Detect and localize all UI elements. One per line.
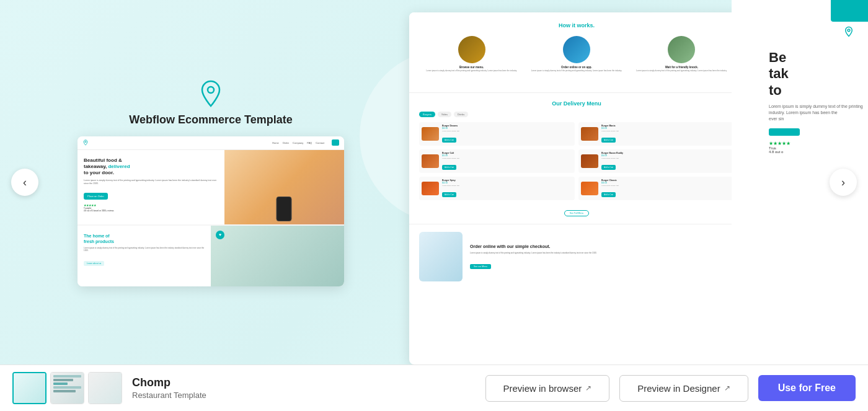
mini-steps: Browse our menu. Lorem ipsum is simply d… [419,36,734,73]
right-partial-desc: Lorem ipsum is simply dummy text of the … [769,104,868,122]
mini-item-img-4 [581,154,598,168]
mini-see-full-menu-btn: See Full Menu [564,210,590,216]
mini-fresh-text: The home offresh products Lorem ipsum is… [78,226,211,286]
center-preview-panel: How it works. Browse our menu. Lorem ips… [391,0,763,365]
mini-item-price-1: $12.00 [442,127,572,130]
preview-designer-label: Preview in Designer [637,383,720,394]
prev-arrow[interactable]: ‹ [11,169,38,196]
mini-tab-burgers: Burgers [419,112,435,117]
mini-menu-item-2: Burger Mania $13.00 Lorem ipsum dummy te… [578,122,734,146]
mini-item-price-4: $14.00 [601,154,732,157]
mini-step-3-desc: Lorem ipsum is simply dummy text of the … [636,70,727,73]
mini-step-2-title: Order online or on app. [561,66,592,69]
mini-item-desc-3: Lorem ipsum dummy text [442,157,572,159]
mini-item-img-6 [581,182,598,195]
mini-step-3: Wait for a friendly knock. Lorem ipsum i… [634,36,728,73]
use-free-label: Use for Free [778,382,836,393]
mini-add-btn-2: Add to Cart [601,138,616,143]
mini-hero-title: Beautiful food &takeaway, deliveredto yo… [84,157,218,177]
right-trustpilot: ★★★★★ Trus 4.8 out o [769,141,868,154]
template-title: Webflow Ecommerce Template [129,113,292,126]
mini-item-img-1 [422,127,439,141]
mini-tab-sides: Sides [438,112,451,117]
svg-point-1 [85,141,86,143]
mini-menu-item-5: Burger Spicy $12.50 Lorem ipsum dummy te… [419,177,575,200]
mini-item-img-3 [422,154,439,168]
mini-order-section: Order online with our simple checkout. L… [409,224,744,289]
mini-how-title: How it works. [419,22,734,29]
mini-menu-tabs: Burgers Sides Drinks [419,112,734,117]
mini-hero-btn: Place an Order [84,193,108,200]
mini-add-btn-4: Add to Cart [601,165,616,170]
mini-item-price-5: $12.50 [442,182,572,184]
left-template-card: Home Order Company FAQ Contact Beautiful… [78,136,344,286]
mini-how-works-section: How it works. Browse our menu. Lorem ips… [409,12,744,92]
mini-step-1-title: Browse our menu. [459,66,484,69]
template-info: Chomp Restaurant Template [132,376,476,400]
mini-item-info-1: Burger Dreams $12.00 Lorem ipsum dummy t… [442,125,572,143]
main-preview-area: ‹ › Webflow Ecommerce Template [0,0,868,365]
mini-item-info-6: Burger Classic $10.00 Lorem ipsum dummy … [601,179,732,198]
mini-step-3-title: Wait for a friendly knock. [665,66,698,69]
mini-step-3-img [668,36,695,63]
svg-point-0 [208,87,214,93]
mini-step-1-desc: Lorem ipsum is simply dummy text of the … [426,70,516,73]
mini-fresh-desc: Lorem ipsum is simply dummy text of the … [84,247,205,252]
mini-nav-order: Order [283,141,289,144]
thumbnail-1[interactable] [12,372,46,404]
mini-item-info-2: Burger Mania $13.00 Lorem ipsum dummy te… [601,125,732,143]
mini-menu-item-6: Burger Classic $10.00 Lorem ipsum dummy … [578,177,734,200]
mini-step-1: Browse our menu. Lorem ipsum is simply d… [424,36,518,73]
mini-item-desc-4: Lorem ipsum dummy text [601,157,732,159]
mini-item-info-4: Burger Bacon Buddy $14.00 Lorem ipsum du… [601,152,732,170]
mini-hero-section: Beautiful food &takeaway, deliveredto yo… [78,150,344,224]
mini-phone-mockup [419,232,463,281]
mini-menu-item-1: Burger Dreams $12.00 Lorem ipsum dummy t… [419,122,575,146]
mini-nav-contact: Contact [316,141,324,144]
mini-hero-image [224,150,345,224]
mini-see-more: See Full Menu [419,205,734,216]
mini-nav-company: Company [293,141,303,144]
mini-add-btn-1: Add to Cart [442,138,456,143]
mini-tab-drinks: Drinks [454,112,468,117]
mini-website-preview: Home Order Company FAQ Contact Beautiful… [78,136,344,286]
preview-designer-button[interactable]: Preview in Designer ↗ [619,375,748,402]
mini-cart-icon [332,139,339,146]
mini-order-cta: See our Menu [470,264,491,269]
mini-item-info-3: Burger Cult $11.00 Lorem ipsum dummy tex… [442,152,572,170]
template-logo: Webflow Ecommerce Template [129,79,292,126]
bottom-bar: Chomp Restaurant Template Preview in bro… [0,365,868,411]
mini-step-1-img [458,36,485,63]
thumbnail-3[interactable] [88,372,122,404]
preview-browser-button[interactable]: Preview in browser ↗ [485,375,610,402]
use-for-free-button[interactable]: Use for Free [758,375,856,401]
mini-nav-links: Home Order Company FAQ Contact [272,141,324,144]
next-arrow[interactable]: › [830,169,857,196]
mini-nav-home: Home [272,141,279,144]
template-type-label: Restaurant Template [132,391,476,400]
mini-add-btn-5: Add to Cart [442,192,456,197]
mini-trustpilot: ★★★★★ Trustpilot 4.8 out of 5 based on 3… [84,203,218,212]
mini-item-img-2 [581,127,598,141]
mini-heart-badge: ♥ [216,231,224,239]
mini-learn-more: Learn about us [84,261,104,266]
mini-order-desc: Lorem ipsum is simply dummy text of the … [470,252,734,254]
svg-point-2 [848,29,850,32]
mini-hero-text: Beautiful food &takeaway, deliveredto yo… [78,150,224,224]
mini-menu-section: Our Delivery Menu Burgers Sides Drinks B… [409,92,744,224]
mini-menu-title: Our Delivery Menu [419,100,734,107]
mini-item-price-2: $13.00 [601,127,732,130]
bottom-actions: Preview in browser ↗ Preview in Designer… [485,375,856,402]
mini-fresh-section: The home offresh products Lorem ipsum is… [78,224,344,286]
mini-fresh-title: The home offresh products [84,233,205,244]
mini-item-price-3: $11.00 [442,154,572,157]
thumbnail-2[interactable] [50,372,84,404]
right-partial-title: Betakto [769,50,868,99]
right-partial-btn [769,128,800,136]
mini-menu-grid: Burger Dreams $12.00 Lorem ipsum dummy t… [419,122,734,200]
right-teal-bar [831,0,868,22]
mini-item-price-6: $10.00 [601,182,732,184]
mini-fresh-image: ♥ [211,226,344,286]
mini-step-2-desc: Lorem ipsum is simply dummy text of the … [531,70,622,73]
mini-step-2: Order online or on app. Lorem ipsum is s… [529,36,624,73]
